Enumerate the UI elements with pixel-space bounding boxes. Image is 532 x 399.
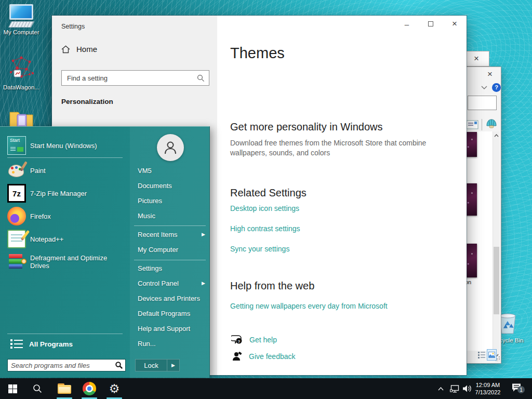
chevron-down-icon[interactable] (481, 86, 487, 90)
submenu-arrow-icon: ▶ (202, 232, 205, 237)
get-help-link[interactable]: Get help (249, 336, 277, 344)
link-sync-your-settings[interactable]: Sync your settings (230, 245, 289, 253)
start-item-help-support[interactable]: Help and Support (138, 325, 190, 332)
chevron-up-icon (438, 387, 444, 391)
menu-separator (134, 225, 206, 226)
give-feedback-icon (232, 351, 242, 362)
start-item-documents[interactable]: Documents (138, 182, 172, 190)
link-high-contrast-settings[interactable]: High contrast settings (230, 224, 300, 233)
start-item-run[interactable]: Run... (138, 340, 156, 348)
desktop-icon-my-computer[interactable]: My Computer (1, 4, 42, 36)
window-title: Settings (61, 23, 85, 30)
tray-chevron[interactable] (434, 378, 447, 399)
tray-network[interactable] (448, 378, 461, 399)
start-item-firefox[interactable]: Firefox (0, 205, 130, 228)
start-item-music[interactable]: Music (138, 212, 155, 220)
lock-button[interactable]: Lock (135, 359, 167, 371)
maximize-icon (428, 21, 433, 26)
start-item-pictures[interactable]: Pictures (138, 197, 162, 205)
start-item-user[interactable]: VM5 (138, 167, 152, 175)
datawagon-icon (7, 54, 36, 83)
network-icon (450, 385, 459, 393)
section-help-title: Help from the web (230, 280, 314, 292)
windows-logo-icon (8, 384, 17, 393)
taskbar-file-explorer[interactable] (54, 378, 75, 399)
resize-grip[interactable] (496, 356, 500, 361)
settings-search-box[interactable] (61, 70, 209, 86)
my-computer-icon (1, 4, 42, 28)
notepadpp-icon (7, 230, 26, 248)
search-icon[interactable] (197, 74, 205, 82)
shell-icon[interactable] (485, 118, 498, 130)
minimize-button[interactable]: – (395, 16, 419, 32)
dialog-input[interactable] (468, 96, 497, 110)
maximize-button[interactable] (419, 16, 443, 32)
search-icon[interactable] (115, 361, 123, 369)
start-search-input[interactable] (8, 360, 115, 371)
start-button[interactable] (2, 378, 23, 399)
scrollbar-thumb[interactable] (494, 247, 499, 314)
close-button[interactable]: × (443, 16, 467, 32)
taskbar-chrome[interactable] (79, 378, 100, 399)
start-item-devices-printers[interactable]: Devices and Printers (138, 295, 200, 302)
start-item-notepadpp[interactable]: Notepad++ (0, 228, 130, 250)
start-item-defrag[interactable]: Defragment and Optimize Drives (0, 250, 130, 273)
start-item-settings[interactable]: Settings (138, 264, 162, 272)
firefox-icon (7, 207, 26, 225)
start-item-my-computer[interactable]: My Computer (138, 246, 178, 254)
submenu-arrow-icon: ▶ (202, 281, 205, 286)
clock-time: 12:09 AM (476, 381, 500, 389)
lock-submenu-arrow[interactable]: ▶ (167, 359, 180, 371)
give-feedback-link[interactable]: Give feedback (249, 352, 296, 361)
defrag-icon (7, 252, 26, 271)
volume-icon (462, 384, 472, 393)
start-item-control-panel[interactable]: Control Panel (138, 280, 179, 287)
get-help-icon: ? (231, 335, 243, 345)
settings-gear-icon: ⚙ (109, 383, 120, 395)
scrollbar[interactable] (493, 131, 499, 360)
get-help-row[interactable]: ? Get help (231, 335, 277, 345)
all-programs-icon (10, 339, 23, 349)
page-title: Themes (230, 45, 285, 62)
close-icon[interactable]: × (487, 70, 493, 78)
link-getting-wallpapers[interactable]: Getting new wallpapers every day from Mi… (230, 302, 388, 310)
section-personality-title: Get more personality in Windows (230, 121, 382, 133)
start-item-label: Start Menu (Windows) (30, 142, 123, 150)
desktop-icon-label: DataWagon... (1, 84, 42, 91)
taskbar-search-button[interactable] (27, 378, 48, 399)
caption-buttons: – × (395, 16, 467, 32)
chrome-icon (83, 382, 96, 395)
desktop-icon-datawagon[interactable]: DataWagon... (1, 54, 42, 91)
start-search-box[interactable] (7, 359, 126, 371)
details-view-icon[interactable] (466, 120, 478, 129)
close-icon[interactable]: × (474, 54, 479, 63)
taskbar-settings[interactable]: ⚙ (104, 378, 125, 399)
settings-search-input[interactable] (62, 71, 209, 85)
section-related-title: Related Settings (230, 187, 307, 199)
start-item-recent-items[interactable]: Recent Items (138, 231, 178, 238)
section-personality-body: Download free themes from the Microsoft … (230, 138, 441, 158)
start-item-start-menu-windows[interactable]: Start Start Menu (Windows) (0, 134, 130, 157)
start-item-7zip[interactable]: 7z 7-Zip File Manager (0, 182, 130, 205)
start-menu-settings-icon: Start (7, 136, 26, 155)
background-dialog-partial: × ? on (464, 66, 501, 364)
sidebar-category: Personalization (61, 98, 113, 105)
action-center-button[interactable]: 1 (506, 378, 527, 399)
clock-date: 7/13/2022 (475, 389, 501, 396)
list-view-icon[interactable] (478, 351, 486, 360)
help-icon[interactable]: ? (492, 83, 501, 92)
search-icon (33, 384, 42, 393)
start-item-paint[interactable]: Paint (0, 159, 130, 182)
sidebar-item-home[interactable]: Home (61, 45, 97, 54)
start-item-label: Paint (30, 167, 123, 175)
give-feedback-row[interactable]: Give feedback (232, 351, 296, 362)
home-icon (61, 45, 70, 54)
taskbar-clock[interactable]: 12:09 AM 7/13/2022 (472, 378, 504, 399)
all-programs-button[interactable]: All Programs (0, 334, 130, 354)
start-item-label: 7-Zip File Manager (30, 190, 123, 197)
start-item-default-programs[interactable]: Default Programs (138, 310, 190, 317)
link-desktop-icon-settings[interactable]: Desktop icon settings (230, 204, 299, 212)
scroll-up-icon[interactable] (494, 134, 499, 137)
taskbar: ⚙ 12:09 AM 7/13/2022 (0, 378, 532, 399)
start-menu: Start Start Menu (Windows) Paint 7z 7-Zi… (0, 126, 210, 378)
